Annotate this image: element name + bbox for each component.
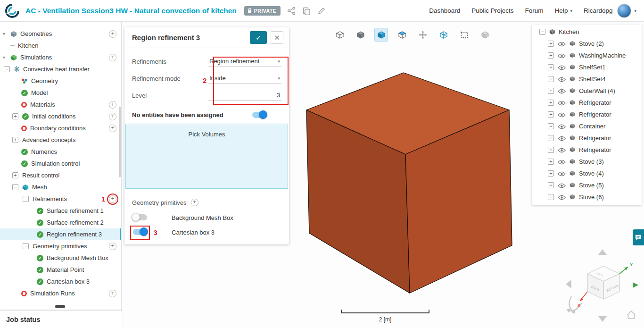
- visibility-eye-icon[interactable]: [558, 194, 566, 200]
- visibility-eye-icon[interactable]: [558, 183, 566, 188]
- tree-row[interactable]: − Geometry primitives +: [0, 240, 121, 252]
- collapse-toggle[interactable]: −: [12, 184, 18, 190]
- viewport-tool-button[interactable]: [395, 28, 409, 42]
- scene-tree-row[interactable]: + Refrigerator: [532, 132, 642, 144]
- add-button[interactable]: +: [109, 54, 116, 61]
- expand-toggle[interactable]: +: [12, 137, 18, 143]
- tree-row[interactable]: Materials +: [0, 99, 121, 110]
- scene-tree-row[interactable]: + Refrigerator: [532, 109, 642, 120]
- scene-tree-row[interactable]: + Stove (5): [532, 179, 642, 191]
- viewport-tool-button[interactable]: [374, 28, 388, 42]
- add-button[interactable]: +: [109, 243, 116, 250]
- expand-toggle[interactable]: +: [548, 88, 554, 94]
- nav-link[interactable]: Dashboard: [429, 7, 460, 14]
- collapse-toggle[interactable]: −: [23, 196, 29, 202]
- simscale-logo[interactable]: [5, 3, 20, 18]
- copy-icon[interactable]: [302, 7, 311, 15]
- scene-tree-row[interactable]: + OuterWall (4): [532, 85, 642, 97]
- expand-toggle[interactable]: +: [548, 135, 554, 141]
- add-button[interactable]: +: [109, 30, 116, 38]
- visibility-eye-icon[interactable]: [558, 147, 566, 152]
- tree-row[interactable]: Boundary conditions +: [0, 122, 121, 134]
- chevron-icon[interactable]: ▾: [3, 31, 8, 36]
- tree-row[interactable]: ▾ Simulations +: [0, 51, 121, 63]
- share-icon[interactable]: [287, 7, 296, 15]
- expand-toggle[interactable]: +: [548, 170, 554, 177]
- scene-tree-row[interactable]: + Refrigerator: [532, 97, 642, 109]
- add-button[interactable]: +: [109, 125, 116, 132]
- visibility-eye-icon[interactable]: [558, 41, 566, 46]
- scene-tree-row[interactable]: + Stove (4): [532, 168, 642, 179]
- viewport-tool-button[interactable]: [478, 28, 492, 42]
- orientation-gizmo[interactable]: BACK BOTTOM LEFT X Y: [562, 246, 643, 325]
- add-button[interactable]: +: [109, 290, 116, 297]
- viewport-tool-button[interactable]: [333, 28, 347, 42]
- collapse-toggle[interactable]: −: [539, 29, 545, 35]
- tree-row[interactable]: + Result control: [0, 169, 121, 181]
- tree-row[interactable]: ✓ Surface refinement 2: [0, 217, 121, 228]
- expand-toggle[interactable]: +: [548, 111, 554, 118]
- expand-toggle[interactable]: +: [548, 147, 554, 153]
- tree-row[interactable]: ✓ Region refinement 3: [0, 228, 121, 240]
- nav-link[interactable]: Forum: [525, 7, 544, 14]
- scene-tree-row[interactable]: + Refrigerator: [532, 144, 642, 156]
- avatar[interactable]: [617, 4, 631, 18]
- collapse-toggle[interactable]: −: [23, 243, 29, 249]
- tree-row[interactable]: ✓ Surface refinement 1: [0, 205, 121, 217]
- visibility-eye-icon[interactable]: [558, 159, 566, 164]
- nav-link[interactable]: Help ▾: [555, 7, 572, 14]
- tree-row[interactable]: − Convective heat transfer: [0, 63, 121, 75]
- expand-toggle[interactable]: +: [548, 182, 554, 188]
- assignment-toggle[interactable]: [252, 112, 266, 118]
- sidebar-scrollbar[interactable]: [119, 107, 121, 177]
- expand-toggle[interactable]: +: [548, 100, 554, 106]
- number-input[interactable]: 3: [208, 90, 281, 101]
- scene-tree-row[interactable]: + ShelfSet1: [532, 61, 642, 73]
- tree-row[interactable]: ✓ Numerics: [0, 146, 121, 158]
- tree-row[interactable]: ✓ Material Point: [0, 264, 121, 276]
- user-name[interactable]: Ricardopg: [584, 7, 613, 14]
- expand-toggle[interactable]: +: [548, 76, 554, 82]
- expand-toggle[interactable]: +: [548, 123, 554, 129]
- confirm-button[interactable]: ✓: [250, 31, 267, 44]
- close-button[interactable]: ✕: [271, 31, 283, 44]
- chat-button[interactable]: [633, 229, 644, 245]
- visibility-eye-icon[interactable]: [558, 53, 566, 58]
- viewport-tool-button[interactable]: [457, 28, 471, 42]
- expand-toggle[interactable]: +: [548, 64, 554, 70]
- add-primitive-button[interactable]: +: [191, 199, 198, 206]
- collapse-toggle[interactable]: −: [4, 66, 10, 72]
- primitive-toggle[interactable]: [133, 214, 147, 220]
- add-button[interactable]: +: [109, 195, 116, 203]
- add-button[interactable]: +: [109, 113, 116, 120]
- expand-toggle[interactable]: +: [548, 52, 554, 59]
- user-menu-caret[interactable]: ▾: [634, 8, 636, 13]
- scene-tree-row[interactable]: + ShelfSet4: [532, 73, 642, 85]
- expand-toggle[interactable]: +: [548, 159, 554, 165]
- visibility-eye-icon[interactable]: [558, 112, 566, 117]
- edit-icon[interactable]: [317, 7, 326, 15]
- tree-row[interactable]: Geometry: [0, 75, 121, 87]
- add-button[interactable]: +: [109, 101, 116, 109]
- tree-row[interactable]: Kitchen: [0, 40, 121, 51]
- visibility-eye-icon[interactable]: [558, 100, 566, 105]
- sidebar-collapse-handle[interactable]: [55, 305, 65, 308]
- visibility-eye-icon[interactable]: [558, 76, 566, 82]
- tree-row[interactable]: − Refinements 1 +: [0, 193, 121, 205]
- tree-row[interactable]: ✓ Simulation control: [0, 158, 121, 169]
- viewport-tool-button[interactable]: [354, 28, 367, 42]
- visibility-eye-icon[interactable]: [558, 135, 566, 141]
- visibility-eye-icon[interactable]: [558, 124, 566, 129]
- pick-volumes-dropzone[interactable]: Pick Volumes: [125, 124, 288, 189]
- nav-link[interactable]: Public Projects: [471, 7, 513, 14]
- scene-tree-row[interactable]: + Stove (3): [532, 156, 642, 168]
- primitive-toggle[interactable]: [133, 229, 147, 235]
- tree-row[interactable]: ✓ Background Mesh Box: [0, 252, 121, 264]
- visibility-eye-icon[interactable]: [558, 88, 566, 93]
- expand-toggle[interactable]: +: [12, 113, 18, 119]
- tree-row[interactable]: + ✓ Initial conditions +: [0, 110, 121, 122]
- tree-row[interactable]: + Advanced concepts: [0, 134, 121, 146]
- scene-tree-row[interactable]: + WashingMachine: [532, 50, 642, 61]
- chevron-icon[interactable]: ▾: [3, 55, 8, 60]
- job-status-bar[interactable]: Job status: [0, 311, 122, 328]
